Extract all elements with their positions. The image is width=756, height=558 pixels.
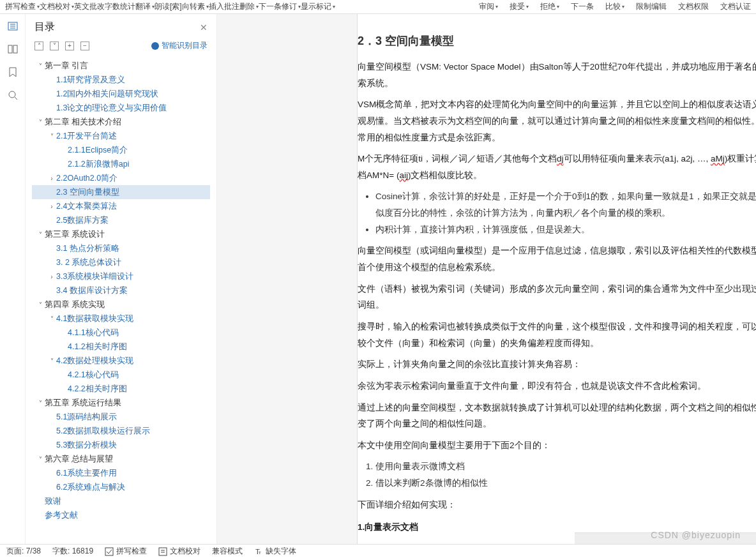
toolbar-item[interactable]: 文档权限 bbox=[678, 1, 709, 12]
chevron-down-icon[interactable]: ˅ bbox=[47, 315, 56, 322]
outline-title: 目录 bbox=[34, 20, 55, 34]
chevron-right-icon[interactable]: › bbox=[47, 175, 56, 182]
chevron-down-icon[interactable]: ˅ bbox=[36, 231, 45, 238]
outline-item[interactable]: ˅第二章 相关技术介绍 bbox=[32, 115, 210, 129]
level-plus-icon[interactable]: + bbox=[65, 41, 74, 50]
outline-item[interactable]: 致谢 bbox=[32, 494, 210, 508]
word-count[interactable]: 字数: 16819 bbox=[52, 546, 93, 557]
layout-icon[interactable] bbox=[7, 43, 19, 55]
outline-item-label: 1.2国内外相关问题研究现状 bbox=[56, 89, 158, 100]
outline-item[interactable]: 4.1.2相关时序图 bbox=[32, 340, 210, 354]
toolbar-item[interactable]: 比较▾ bbox=[605, 1, 624, 12]
close-icon[interactable]: ✕ bbox=[200, 22, 208, 33]
outline-item[interactable]: 参考文献 bbox=[32, 508, 210, 522]
svg-rect-9 bbox=[159, 548, 167, 555]
outline-item[interactable]: 3. 2 系统总体设计 bbox=[32, 255, 210, 269]
outline-item[interactable]: 1.2国内外相关问题研究现状 bbox=[32, 87, 210, 101]
toolbar-item[interactable]: 显示标记▾ bbox=[301, 1, 335, 12]
outline-item[interactable]: 3.1 热点分析策略 bbox=[32, 241, 210, 255]
outline-item[interactable]: 4.1.1核心代码 bbox=[32, 326, 210, 340]
outline-item[interactable]: 2.3 空间向量模型 bbox=[32, 185, 210, 199]
outline-item-label: 5.2数据抓取模块运行展示 bbox=[56, 426, 150, 437]
outline-item[interactable]: 4.2.1核心代码 bbox=[32, 368, 210, 382]
outline-item[interactable]: 6.1系统主要作用 bbox=[32, 466, 210, 480]
outline-item[interactable]: ˅第四章 系统实现 bbox=[32, 298, 210, 312]
toolbar-item[interactable]: 朗读 bbox=[155, 1, 170, 12]
toolbar-item[interactable]: 下一条 bbox=[571, 1, 594, 12]
ai-outline-button[interactable]: 智能识别目录 bbox=[151, 40, 208, 51]
outline-item[interactable]: ˅第六章 总结与展望 bbox=[32, 452, 210, 466]
toolbar-item[interactable]: 拼写检查▾ bbox=[5, 1, 40, 12]
outline-item-label: 2.1开发平台简述 bbox=[56, 131, 117, 142]
chevron-right-icon[interactable]: › bbox=[47, 273, 56, 280]
collapse-up-icon[interactable]: ˄ bbox=[34, 41, 43, 50]
outline-item[interactable]: 1.3论文的理论意义与实用价值 bbox=[32, 101, 210, 115]
outline-panel: 目录 ✕ ˄ ˅ + − 智能识别目录 ˅第一章 引言1.1研究背景及意义1.2… bbox=[26, 14, 217, 544]
toolbar-item[interactable]: 下一条 bbox=[259, 1, 282, 12]
outline-item[interactable]: 2.1.2新浪微博api bbox=[32, 157, 210, 171]
outline-item[interactable]: ›2.4文本聚类算法 bbox=[32, 199, 210, 213]
toolbar-item[interactable]: [索]向转素▾ bbox=[170, 1, 209, 12]
toolbar-item[interactable]: 接受▾ bbox=[510, 1, 529, 12]
toolbar-item[interactable]: 字数统计 bbox=[105, 1, 135, 12]
check-icon bbox=[105, 547, 114, 556]
chevron-down-icon[interactable]: ˅ bbox=[36, 119, 45, 126]
toolbar-item[interactable]: 文档认证 bbox=[720, 1, 751, 12]
outline-item[interactable]: ˅第一章 引言 bbox=[32, 59, 210, 73]
toolbar-item[interactable]: 删除▾ bbox=[239, 1, 259, 12]
chevron-down-icon[interactable]: ˅ bbox=[36, 301, 45, 308]
chevron-down-icon: ▾ bbox=[526, 4, 529, 10]
outline-icon[interactable] bbox=[7, 20, 19, 32]
chevron-down-icon[interactable]: ˅ bbox=[36, 63, 45, 70]
font-icon: Tт bbox=[254, 547, 263, 556]
outline-item[interactable]: ›2.2OAuth2.0简介 bbox=[32, 171, 210, 185]
outline-item-label: 5.1源码结构展示 bbox=[56, 412, 117, 423]
paragraph: 实际上，计算夹角向量之间的余弦比直接计算夹角容易： bbox=[358, 356, 756, 373]
outline-item-label: 3.3系统模块详细设计 bbox=[56, 271, 133, 282]
chevron-down-icon[interactable]: ˅ bbox=[47, 358, 56, 365]
paragraph: 余弦为零表示检索词向量垂直于文件向量，即没有符合，也就是说该文件不含此检索词。 bbox=[358, 378, 756, 395]
chevron-down-icon[interactable]: ˅ bbox=[47, 133, 56, 140]
outline-item[interactable]: ˅4.2数据处理模块实现 bbox=[32, 354, 210, 368]
missing-font[interactable]: Tт 缺失字体 bbox=[254, 546, 296, 557]
compat-mode[interactable]: 兼容模式 bbox=[212, 546, 243, 557]
spell-check-toggle[interactable]: 拼写检查 bbox=[105, 546, 147, 557]
toolbar-item[interactable]: 修订▾ bbox=[282, 1, 301, 12]
chevron-down-icon[interactable]: ˅ bbox=[36, 400, 45, 407]
outline-item[interactable]: 4.2.2相关时序图 bbox=[32, 382, 210, 396]
outline-item[interactable]: ˅第三章 系统设计 bbox=[32, 227, 210, 241]
chevron-down-icon[interactable]: ˅ bbox=[36, 456, 45, 463]
search-icon[interactable] bbox=[7, 89, 19, 101]
outline-item-label: 2.1.2新浪微博api bbox=[68, 159, 129, 170]
toolbar-item[interactable]: 英文批改 bbox=[74, 1, 105, 12]
outline-item[interactable]: ˅4.1数据获取模块实现 bbox=[32, 312, 210, 326]
toolbar-item[interactable]: 文档校对▾ bbox=[40, 1, 74, 12]
bookmark-icon[interactable] bbox=[7, 66, 19, 78]
toolbar-item[interactable]: 翻译▾ bbox=[135, 1, 155, 12]
page-indicator[interactable]: 页面: 7/38 bbox=[6, 546, 41, 557]
toolbar-item[interactable]: 拒绝▾ bbox=[540, 1, 559, 12]
outline-item[interactable]: ›3.3系统模块详细设计 bbox=[32, 269, 210, 283]
outline-item[interactable]: 5.2数据抓取模块运行展示 bbox=[32, 424, 210, 438]
outline-item[interactable]: 5.1源码结构展示 bbox=[32, 410, 210, 424]
top-toolbar: 拼写检查▾文档校对▾英文批改字数统计翻译▾朗读[索]向转素▾插入批注删除▾下一条… bbox=[0, 0, 756, 14]
outline-tree: ˅第一章 引言1.1研究背景及意义1.2国内外相关问题研究现状1.3论文的理论意… bbox=[26, 56, 216, 544]
outline-item[interactable]: ˅2.1开发平台简述 bbox=[32, 129, 210, 143]
toolbar-item[interactable]: 限制编辑 bbox=[636, 1, 667, 12]
outline-item[interactable]: 2.1.1Eclipse简介 bbox=[32, 143, 210, 157]
outline-item[interactable]: 1.1研究背景及意义 bbox=[32, 73, 210, 87]
document-area: 2．3 空间向量模型 向量空间模型（VSM: Vector Space Mode… bbox=[217, 14, 756, 544]
toolbar-item[interactable]: 审阅▾ bbox=[479, 1, 498, 12]
paragraph: VSM概念简单，把对文本内容的处理简化为向量空间中的向量运算，并且它以空间上的相… bbox=[358, 96, 756, 146]
outline-item[interactable]: 3.4 数据库设计方案 bbox=[32, 283, 210, 298]
level-minus-icon[interactable]: − bbox=[80, 41, 89, 50]
bullet-list: Cosine计算，余弦计算的好处是，正好是一个介于0到1的数，如果向量一致就是1… bbox=[375, 188, 756, 238]
chevron-right-icon[interactable]: › bbox=[47, 203, 56, 210]
outline-item[interactable]: ˅第五章 系统运行结果 bbox=[32, 396, 210, 410]
outline-item[interactable]: 6.2系统难点与解决 bbox=[32, 480, 210, 494]
toolbar-item[interactable]: 插入批注 bbox=[209, 1, 239, 12]
outline-item[interactable]: 5.3数据分析模块 bbox=[32, 438, 210, 452]
proof-toggle[interactable]: 文档校对 bbox=[158, 546, 200, 557]
expand-down-icon[interactable]: ˅ bbox=[50, 41, 59, 50]
outline-item[interactable]: 2.5数据库方案 bbox=[32, 213, 210, 227]
